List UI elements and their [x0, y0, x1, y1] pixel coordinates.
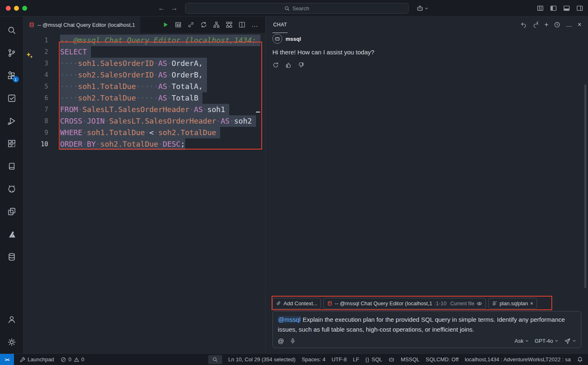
code-line[interactable]: 2SELECT [23, 46, 265, 58]
code-line[interactable]: 10ORDER·BY·soh2.TotalDue·DESC; [23, 138, 265, 150]
title-bar: ← → Search [0, 0, 588, 16]
toggle-panel-icon[interactable] [563, 5, 570, 12]
eol-item[interactable]: LF [353, 356, 359, 363]
activity-bar: 1 [0, 16, 23, 353]
code-line[interactable]: 7FROM·SalesLT.SalesOrderHeader·AS·soh1 [23, 104, 265, 115]
language-item[interactable]: {} SQL [365, 356, 382, 363]
toggle-secondary-sidebar-icon[interactable] [576, 5, 583, 12]
notebooks-activity-button[interactable] [0, 155, 23, 178]
new-chat-icon[interactable]: + [544, 21, 548, 28]
back-button[interactable]: ← [158, 4, 165, 12]
chat-input-toolbar: @ Ask GPT-4o [278, 337, 576, 344]
editor-cursor [256, 112, 260, 112]
extensions-button[interactable]: 1 [0, 64, 23, 87]
remote-explorer-activity-button[interactable] [0, 200, 23, 223]
change-connection-icon[interactable] [200, 21, 207, 28]
mssql-status-item[interactable]: MSSQL [401, 356, 420, 363]
bell-icon[interactable] [577, 356, 583, 363]
copilot-status-icon[interactable] [388, 356, 395, 363]
copilot-sparkle-icon[interactable] [26, 52, 33, 59]
source-control-button[interactable] [0, 42, 23, 64]
code-text: ····soh2.SalesOrderID·AS·OrderB, [60, 69, 203, 81]
context-chips: Add Context... -- @mssql Chat Query Edit… [272, 298, 581, 309]
minimize-window-button[interactable] [14, 6, 19, 11]
code-text: ····soh1.TotalDue·····AS·TotalA, [60, 81, 203, 92]
mssql-mention[interactable]: @mssql [278, 316, 301, 323]
more-actions-icon[interactable]: … [251, 21, 258, 28]
components-activity-button[interactable] [0, 132, 23, 155]
window-layers-icon [7, 207, 16, 216]
add-context-chip[interactable]: Add Context... [272, 298, 321, 309]
copilot-menu[interactable] [416, 0, 428, 16]
zoom-indicator[interactable] [208, 355, 222, 364]
remove-context-icon[interactable]: × [530, 300, 533, 307]
mic-icon[interactable] [290, 338, 296, 344]
run-query-button[interactable] [162, 21, 169, 28]
tasks-activity-button[interactable] [0, 87, 23, 110]
status-bar: >< Launchpad 0 0 Ln 10, Col 29 (354 sele… [0, 353, 588, 365]
send-button[interactable] [564, 338, 576, 344]
more-icon[interactable]: … [566, 21, 572, 28]
code-line[interactable]: 8CROSS·JOIN·SalesLT.SalesOrderHeader·AS·… [23, 115, 265, 127]
sqlcmd-status-item[interactable]: SQLCMD: Off [426, 356, 459, 363]
current-file-chip[interactable]: -- @mssql Chat Query Editor (localhost,1… [323, 298, 486, 309]
code-line[interactable]: 3····soh1.SalesOrderID·AS·OrderA, [23, 58, 265, 69]
chat-message-header: mssql [272, 34, 581, 44]
close-icon[interactable]: × [578, 21, 581, 28]
chat-scrollbar[interactable] [584, 84, 586, 288]
mention-button[interactable]: @ [278, 337, 284, 344]
code-line[interactable]: 9WHERE·soh1.TotalDue·<·soh2.TotalDue [23, 127, 265, 138]
tab-chat[interactable]: CHAT [272, 16, 288, 33]
code-line[interactable]: 4····soh2.SalesOrderID·AS·OrderB, [23, 69, 265, 81]
code-text: CROSS·JOIN·SalesLT.SalesOrderHeader·AS·s… [60, 115, 252, 127]
extensions-badge: 1 [13, 76, 19, 82]
redo-icon[interactable] [532, 21, 539, 28]
regenerate-icon[interactable] [272, 62, 279, 68]
plan-file-chip[interactable]: plan.sqlplan × [488, 298, 537, 309]
estimated-plan-icon[interactable] [213, 21, 220, 28]
tab-title: -- @mssql Chat Query Editor (localhost,1 [37, 22, 135, 28]
selection-newline [216, 127, 220, 138]
code-line[interactable]: 5····soh1.TotalDue·····AS·TotalA, [23, 81, 265, 92]
code-editor[interactable]: 1-- @mssql Chat Query Editor (localhost,… [23, 33, 265, 353]
chat-input-text[interactable]: @mssql Explain the execution plan for th… [278, 315, 576, 335]
launchpad-item[interactable]: Launchpad [20, 356, 54, 363]
actual-plan-icon[interactable] [226, 21, 232, 28]
forward-button[interactable]: → [171, 4, 178, 12]
azure-activity-button[interactable] [0, 223, 23, 246]
split-editor-icon[interactable] [239, 21, 245, 28]
mode-label: Ask [515, 338, 524, 344]
mode-dropdown[interactable]: Ask [515, 338, 529, 344]
code-line[interactable]: 1-- @mssql Chat Query Editor (localhost,… [23, 35, 265, 46]
code-line[interactable]: 6····soh2.TotalDue·····AS·TotalB [23, 92, 265, 104]
search-activity-button[interactable] [0, 19, 23, 42]
status-right: Ln 10, Col 29 (354 selected) Spaces: 4 U… [208, 355, 588, 364]
connection-status-item[interactable]: localhost,1434 : AdventureWorksLT2022 : … [465, 356, 571, 363]
mssql-activity-button[interactable] [0, 246, 23, 268]
results-grid-icon[interactable] [175, 21, 181, 28]
connect-icon[interactable] [188, 21, 194, 28]
chat-input-box[interactable]: @mssql Explain the execution plan for th… [272, 311, 581, 348]
github-activity-button[interactable] [0, 178, 23, 200]
encoding-item[interactable]: UTF-8 [332, 356, 347, 363]
toggle-primary-sidebar-icon[interactable] [550, 5, 557, 12]
history-icon[interactable] [554, 21, 560, 28]
cursor-position-item[interactable]: Ln 10, Col 29 (354 selected) [228, 356, 295, 363]
model-label: GPT-4o [535, 338, 553, 344]
remote-indicator[interactable]: >< [0, 354, 14, 365]
editor-tab[interactable]: -- @mssql Chat Query Editor (localhost,1 [23, 16, 140, 33]
indentation-item[interactable]: Spaces: 4 [302, 356, 325, 363]
customize-layout-icon[interactable] [537, 5, 544, 12]
settings-button[interactable] [0, 331, 23, 353]
problems-item[interactable]: 0 0 [60, 356, 84, 363]
command-center-search[interactable]: Search [185, 3, 409, 14]
run-debug-activity-button[interactable] [0, 110, 23, 132]
thumbs-up-icon[interactable] [285, 62, 292, 68]
eye-icon[interactable] [476, 301, 482, 307]
model-dropdown[interactable]: GPT-4o [535, 338, 558, 344]
zoom-window-button[interactable] [22, 6, 27, 11]
close-window-button[interactable] [6, 6, 11, 11]
thumbs-down-icon[interactable] [298, 62, 304, 68]
undo-icon[interactable] [521, 21, 527, 28]
accounts-button[interactable] [0, 308, 23, 331]
